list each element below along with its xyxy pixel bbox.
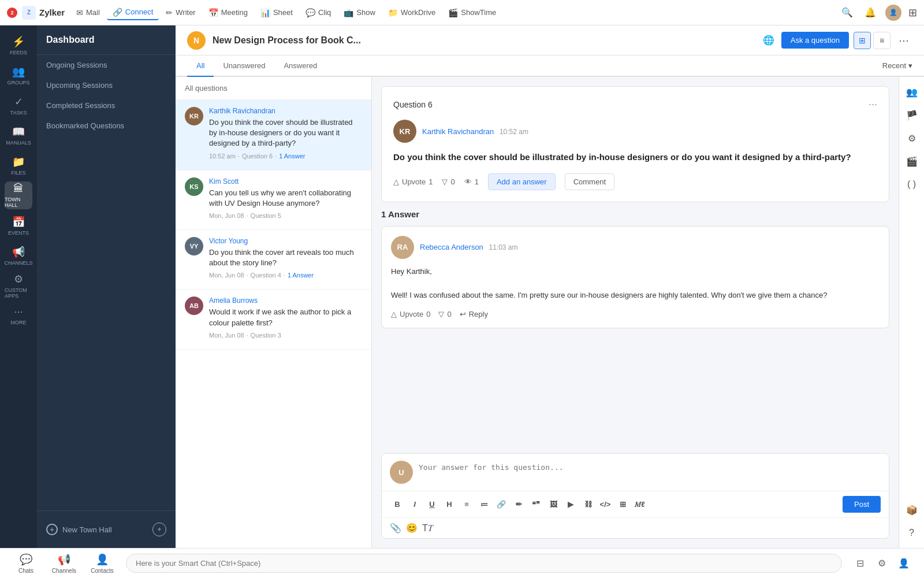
nav-item-show[interactable]: 📺Show — [338, 6, 381, 20]
nav-item-writer[interactable]: ✏Writer — [160, 6, 201, 20]
nav-item-sheet[interactable]: 📊Sheet — [255, 6, 299, 20]
link2-button[interactable]: ⛓ — [580, 497, 595, 512]
more-sidebar-icon: ··· — [14, 306, 23, 318]
list-view-button[interactable]: ≡ — [873, 32, 891, 49]
nav-item-mail[interactable]: ✉Mail — [70, 6, 106, 20]
question-list-item[interactable]: KS Kim Scott Can you tell us why we aren… — [176, 171, 371, 230]
answer-upvote-count: 0 — [426, 310, 430, 318]
heading-button[interactable]: H — [442, 497, 457, 512]
second-sidebar-item-ongoing[interactable]: Ongoing Sessions — [37, 55, 176, 75]
search-icon[interactable]: 🔍 — [839, 5, 855, 21]
sidebar-item-events[interactable]: 📅EVENTS — [5, 212, 32, 239]
sidebar-item-channels[interactable]: 📢CHANNELS — [5, 242, 32, 269]
attach-button[interactable]: 📎 — [390, 523, 401, 533]
right-panel-flag-icon[interactable]: 🏴 — [901, 105, 922, 125]
italic-button[interactable]: I — [407, 497, 422, 512]
nav-item-workdrive[interactable]: 📁WorkDrive — [382, 6, 441, 20]
post-button[interactable]: Post — [843, 496, 881, 513]
answer-count-badge[interactable]: 1 Answer — [279, 153, 305, 160]
second-sidebar-item-upcoming[interactable]: Upcoming Sessions — [37, 75, 176, 95]
add-answer-button[interactable]: Add an answer — [488, 173, 556, 190]
sidebar-item-files[interactable]: 📁FILES — [5, 151, 32, 179]
tab-answered[interactable]: Answered — [274, 55, 326, 77]
highlight-button[interactable]: ✏ — [511, 497, 526, 512]
answer-upvote-button[interactable]: △ Upvote 0 — [391, 310, 430, 318]
question-meta: Mon, Jun 08 · Question 4 ·1 Answer — [209, 272, 362, 279]
answer-count-badge[interactable]: 1 Answer — [288, 272, 314, 279]
right-panel-video-icon[interactable]: 🎬 — [901, 151, 922, 172]
contacts-nav-item[interactable]: 👤 Contacts — [88, 553, 117, 574]
question-list-item[interactable]: KR Karthik Ravichandran Do you think the… — [176, 100, 371, 171]
right-panel-archive-icon[interactable]: 📦 — [901, 499, 922, 520]
quote-button[interactable]: ❝❞ — [528, 497, 543, 512]
font-size-button[interactable]: T𝑇 — [422, 523, 433, 533]
user-avatar[interactable]: 👤 — [885, 5, 901, 21]
mention-button[interactable]: 𝑀ℓ — [632, 497, 647, 512]
grid-view-button[interactable]: ⊞ — [854, 32, 871, 49]
smart-chat-input[interactable] — [126, 554, 842, 573]
bullets-button[interactable]: ≡ — [459, 497, 474, 512]
expand-icon[interactable]: + — [152, 523, 166, 536]
question-more-button[interactable]: ··· — [869, 98, 877, 110]
question-list-item[interactable]: AB Amelia Burrows Would it work if we as… — [176, 290, 371, 349]
table-button[interactable]: ⊞ — [615, 497, 630, 512]
sidebar-item-tasks[interactable]: ✓TASKS — [5, 91, 32, 119]
sidebar-item-groups[interactable]: 👥GROUPS — [5, 61, 32, 89]
emoji-button[interactable]: 😊 — [406, 523, 418, 533]
bottom-people-icon[interactable]: 👤 — [895, 555, 912, 572]
sidebar-item-townhall[interactable]: 🏛TOWN HALL — [5, 181, 32, 209]
question-list-item[interactable]: VY Victor Young Do you think the cover a… — [176, 230, 371, 290]
writer-nav-label: Writer — [176, 8, 195, 17]
upvote-button[interactable]: △ Upvote 1 — [393, 177, 433, 186]
notifications-icon[interactable]: 🔔 — [862, 5, 878, 21]
showtime-nav-label: ShowTime — [461, 8, 496, 17]
files-sidebar-label: FILES — [11, 170, 25, 176]
reply-button[interactable]: ↩ Reply — [460, 310, 488, 318]
underline-button[interactable]: U — [424, 497, 439, 512]
link-button[interactable]: 🔗 — [494, 497, 509, 512]
tab-all[interactable]: All — [187, 55, 214, 77]
nav-item-showtime[interactable]: 🎬ShowTime — [442, 6, 502, 20]
bottom-collapse-icon[interactable]: ⊟ — [851, 555, 869, 572]
right-panel-help-icon[interactable]: ? — [901, 523, 922, 543]
channels-nav-item[interactable]: 📢 Channels — [50, 553, 79, 574]
bottom-settings-icon[interactable]: ⚙ — [873, 555, 891, 572]
nav-item-cliq[interactable]: 💬Cliq — [300, 6, 337, 20]
right-panel-settings-icon[interactable]: ⚙ — [901, 128, 922, 149]
code-button[interactable]: </> — [598, 497, 613, 512]
views-button: 👁 1 — [464, 177, 479, 186]
view-toggle: ⊞ ≡ — [854, 32, 891, 49]
right-panel-broadcast-icon[interactable]: ( ) — [901, 174, 922, 195]
sidebar-item-feeds[interactable]: ⚡FEEDS — [5, 31, 32, 59]
more-options-button[interactable]: ⋯ — [895, 32, 912, 49]
app-logo[interactable]: Z Zylker — [22, 6, 68, 20]
nav-item-connect[interactable]: 🔗Connect — [107, 5, 159, 20]
ask-question-button[interactable]: Ask a question — [781, 32, 849, 49]
video-button[interactable]: ▶ — [563, 497, 578, 512]
sidebar-item-manuals[interactable]: 📖MANUALS — [5, 121, 32, 149]
answer-textarea[interactable] — [419, 461, 881, 483]
tab-unanswered[interactable]: Unanswered — [214, 55, 274, 77]
sidebar-item-custom_apps[interactable]: ⚙CUSTOM APPS — [5, 272, 32, 299]
chats-nav-item[interactable]: 💬 Chats — [12, 553, 40, 574]
new-town-hall-button[interactable]: + New Town Hall + — [46, 518, 166, 541]
answer-downvote-button[interactable]: ▽ 0 — [438, 310, 451, 318]
image-button[interactable]: 🖼 — [546, 497, 561, 512]
comment-button[interactable]: Comment — [565, 173, 614, 190]
sidebar-item-more[interactable]: ···MORE — [5, 302, 32, 329]
right-panel-users-icon[interactable]: 👥 — [901, 81, 922, 102]
notification-dot: 2 — [7, 8, 17, 18]
globe-icon[interactable]: 🌐 — [763, 35, 774, 46]
apps-grid-icon[interactable]: ⊞ — [908, 6, 917, 19]
attachment-row: 📎 😊 T𝑇 — [382, 517, 889, 538]
bold-button[interactable]: B — [390, 497, 405, 512]
second-sidebar-item-completed[interactable]: Completed Sessions — [37, 95, 176, 116]
tab-filter-recent[interactable]: Recent ▾ — [882, 57, 912, 75]
nav-item-meeting[interactable]: 📅Meeting — [203, 6, 254, 20]
numbered-button[interactable]: ≔ — [476, 497, 491, 512]
downvote-button[interactable]: ▽ 0 — [442, 177, 454, 186]
second-sidebar-item-bookmarked[interactable]: Bookmarked Questions — [37, 116, 176, 136]
manuals-sidebar-label: MANUALS — [6, 140, 31, 146]
views-count: 1 — [475, 177, 479, 186]
second-sidebar-bottom: + New Town Hall + — [37, 510, 176, 548]
